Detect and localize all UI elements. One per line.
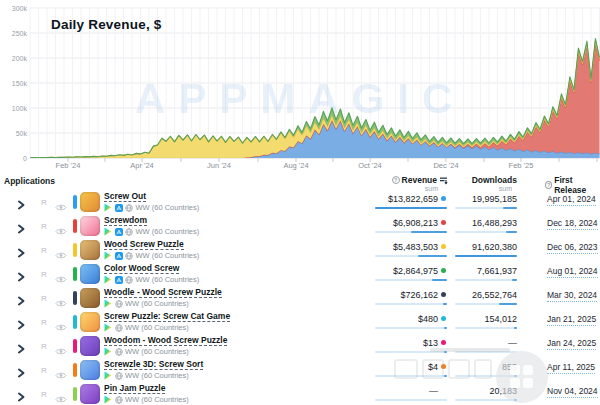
series-color-bar <box>73 363 77 377</box>
downloads-value: 16,488,293 <box>435 218 517 228</box>
worldwide-icon <box>125 276 133 284</box>
y-axis-tick: 250k <box>12 30 28 37</box>
app-icon[interactable] <box>80 384 100 404</box>
series-color-bar <box>73 387 77 401</box>
revenue-value: $13 <box>355 338 438 348</box>
revenue-bar <box>375 255 447 257</box>
app-name-link[interactable]: Screwdom <box>104 215 147 226</box>
worldwide-icon <box>125 228 133 236</box>
app-icon[interactable] <box>80 288 100 308</box>
downloads-bar <box>455 351 517 353</box>
google-play-icon <box>104 251 112 260</box>
series-color-bar <box>73 315 77 329</box>
app-name-link[interactable]: Woodom - Wood Screw Puzzle <box>104 335 227 346</box>
app-row[interactable]: RColor Wood ScrewWW (60 Countries)$2,864… <box>0 262 600 286</box>
app-name-link[interactable]: Screw Puzzle: Screw Cat Game <box>104 311 230 322</box>
app-icon[interactable] <box>80 336 100 356</box>
revenue-bar <box>375 207 447 209</box>
app-icon[interactable] <box>80 216 100 236</box>
first-release-date: Nov 04, 2024 <box>547 386 598 398</box>
released-badge: R <box>41 270 47 279</box>
x-axis-tick: Jun '24 <box>207 161 231 170</box>
series-color-bar <box>73 219 77 233</box>
region-label: WW (60 Countries) <box>125 347 189 356</box>
x-axis-tick: Apr '24 <box>130 161 154 170</box>
first-release-date: Apr 01, 2024 <box>547 194 596 206</box>
worldwide-icon <box>125 252 133 260</box>
app-name-link[interactable]: Color Wood Screw <box>104 263 179 274</box>
app-name-link[interactable]: Pin Jam Puzzle <box>104 383 165 394</box>
expand-chevron-icon[interactable] <box>16 221 26 239</box>
revenue-bar <box>375 231 447 233</box>
visibility-eye-icon[interactable] <box>55 390 67 405</box>
worldwide-icon <box>115 300 123 308</box>
app-name-link[interactable]: Screw Out <box>104 191 146 202</box>
first-release-date: Dec 06, 2023 <box>547 242 598 254</box>
app-store-icon <box>115 228 123 236</box>
revenue-column-label: Revenue <box>402 175 437 185</box>
google-play-icon <box>104 227 112 236</box>
daily-revenue-chart[interactable]: 300k250k200k150k100k50k0APPMAGICFeb '24A… <box>0 0 600 172</box>
expand-chevron-icon[interactable] <box>16 197 26 215</box>
expand-chevron-icon[interactable] <box>16 317 26 335</box>
y-axis-tick: 50k <box>16 130 28 137</box>
app-store-icon <box>115 252 123 260</box>
first-release-date: Mar 30, 2024 <box>547 290 597 302</box>
google-play-icon <box>104 275 112 284</box>
help-icon[interactable]: ? <box>392 176 400 184</box>
app-name-link[interactable]: Woodle - Wood Screw Puzzle <box>104 287 222 298</box>
worldwide-icon <box>125 204 133 212</box>
app-row[interactable]: RScrewdomWW (60 Countries)$6,908,21316,4… <box>0 214 600 238</box>
app-icon[interactable] <box>80 312 100 332</box>
downloads-bar <box>455 207 517 209</box>
first-release-date: Apr 11, 2025 <box>547 362 595 374</box>
appmagic-dashboard: 300k250k200k150k100k50k0APPMAGICFeb '24A… <box>0 0 600 405</box>
region-label: WW (60 Countries) <box>136 227 200 236</box>
downloads-bar <box>455 327 517 329</box>
revenue-value: — <box>355 386 438 396</box>
help-icon[interactable]: ? <box>545 181 552 189</box>
downloads-value: 20,183 <box>435 386 517 396</box>
revenue-bar <box>375 375 447 377</box>
series-color-bar <box>73 267 77 281</box>
downloads-bar <box>455 303 517 305</box>
app-row[interactable]: RWood Screw PuzzleWW (60 Countries)$5,48… <box>0 238 600 262</box>
expand-chevron-icon[interactable] <box>16 269 26 287</box>
expand-chevron-icon[interactable] <box>16 293 26 311</box>
y-axis-tick: 300k <box>12 5 28 12</box>
app-row[interactable]: RWoodle - Wood Screw PuzzleWW (60 Countr… <box>0 286 600 310</box>
app-row[interactable]: RPin Jam PuzzleWW (60 Countries)—20,183N… <box>0 382 600 405</box>
app-icon[interactable] <box>80 240 100 260</box>
app-store-icon <box>115 276 123 284</box>
released-badge: R <box>41 246 47 255</box>
app-icon[interactable] <box>80 264 100 284</box>
downloads-column-header[interactable]: Downloads <box>435 175 517 185</box>
app-row[interactable]: RScrew OutWW (60 Countries)$13,822,65919… <box>0 190 600 214</box>
revenue-bar <box>375 303 447 305</box>
downloads-value: — <box>435 338 517 348</box>
app-row[interactable]: RScrewzle 3D: Screw SortWW (60 Countries… <box>0 358 600 382</box>
revenue-bar <box>375 279 447 281</box>
expand-chevron-icon[interactable] <box>16 365 26 383</box>
expand-chevron-icon[interactable] <box>16 389 26 405</box>
app-platforms: WW (60 Countries) <box>104 203 199 212</box>
worldwide-icon <box>115 396 123 404</box>
worldwide-icon <box>115 348 123 356</box>
app-icon[interactable] <box>80 360 100 380</box>
revenue-bar <box>375 351 447 353</box>
downloads-bar <box>455 231 517 233</box>
expand-chevron-icon[interactable] <box>16 341 26 359</box>
x-axis-tick: Feb '25 <box>509 161 534 170</box>
app-row[interactable]: RScrew Puzzle: Screw Cat GameWW (60 Coun… <box>0 310 600 334</box>
expand-chevron-icon[interactable] <box>16 245 26 263</box>
x-axis-tick: Feb '24 <box>56 161 81 170</box>
app-name-link[interactable]: Screwzle 3D: Screw Sort <box>104 359 203 370</box>
downloads-value: 19,995,185 <box>435 194 517 204</box>
downloads-bar <box>455 399 517 401</box>
app-icon[interactable] <box>80 192 100 212</box>
revenue-value: $5,483,503 <box>355 242 438 252</box>
first-release-date: Jan 21, 2025 <box>547 314 596 326</box>
released-badge: R <box>41 222 47 231</box>
app-row[interactable]: RWoodom - Wood Screw PuzzleWW (60 Countr… <box>0 334 600 358</box>
app-name-link[interactable]: Wood Screw Puzzle <box>104 239 184 250</box>
